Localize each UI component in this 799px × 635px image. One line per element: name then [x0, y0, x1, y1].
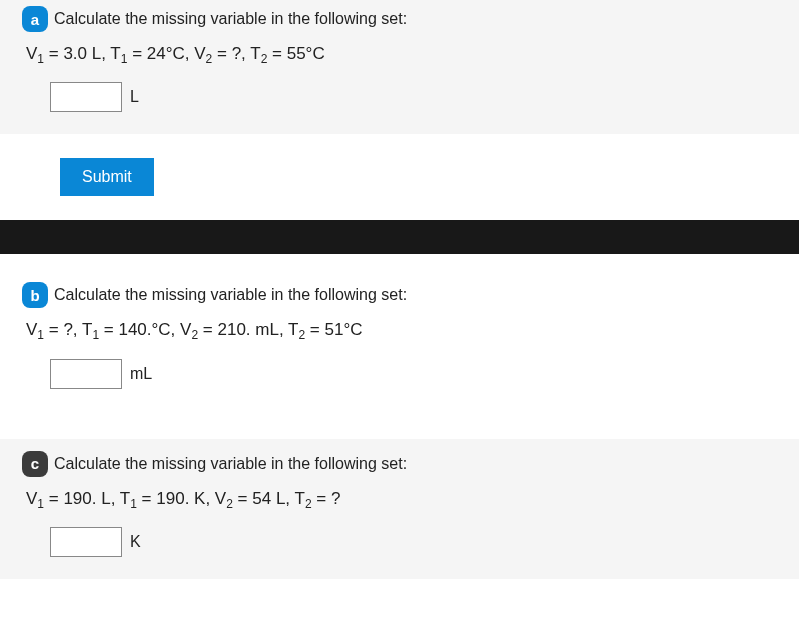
- part-a-input[interactable]: [50, 82, 122, 112]
- submit-area: Submit: [0, 134, 799, 220]
- eq-b-seg3: = 210. mL, T: [198, 320, 298, 339]
- eq-a-seg3: = ?, T: [212, 44, 260, 63]
- part-c-prompt: Calculate the missing variable in the fo…: [54, 455, 407, 473]
- eq-a-seg4: = 55°C: [267, 44, 324, 63]
- eq-a-v1: V: [26, 44, 37, 63]
- eq-b-seg2: = 140.°C, V: [99, 320, 191, 339]
- part-b-prompt: Calculate the missing variable in the fo…: [54, 286, 407, 304]
- part-a-prompt: Calculate the missing variable in the fo…: [54, 10, 407, 28]
- eq-c-seg1: = 190. L, T: [44, 489, 130, 508]
- part-b-input[interactable]: [50, 359, 122, 389]
- eq-a-seg2: = 24°C, V: [127, 44, 205, 63]
- eq-c-seg2: = 190. K, V: [137, 489, 226, 508]
- part-c-input[interactable]: [50, 527, 122, 557]
- eq-a-seg1: = 3.0 L, T: [44, 44, 121, 63]
- part-b-equation: V1 = ?, T1 = 140.°C, V2 = 210. mL, T2 = …: [26, 320, 777, 342]
- badge-c-icon: c: [22, 451, 48, 477]
- eq-c-sub3: 2: [226, 497, 233, 511]
- part-b-unit: mL: [130, 365, 152, 383]
- eq-c-v1: V: [26, 489, 37, 508]
- eq-c-sub2: 1: [130, 497, 137, 511]
- part-a-unit: L: [130, 88, 139, 106]
- badge-b-icon: b: [22, 282, 48, 308]
- eq-c-seg3: = 54 L, T: [233, 489, 305, 508]
- part-a-block: a Calculate the missing variable in the …: [0, 0, 799, 134]
- part-b-prompt-row: b Calculate the missing variable in the …: [22, 282, 777, 308]
- part-c-prompt-row: c Calculate the missing variable in the …: [22, 451, 777, 477]
- eq-c-seg4: = ?: [312, 489, 341, 508]
- eq-b-seg4: = 51°C: [305, 320, 362, 339]
- eq-b-seg1: = ?, T: [44, 320, 92, 339]
- badge-a-icon: a: [22, 6, 48, 32]
- submit-button[interactable]: Submit: [60, 158, 154, 196]
- part-c-block: c Calculate the missing variable in the …: [0, 439, 799, 579]
- eq-c-sub4: 2: [305, 497, 312, 511]
- part-a-equation: V1 = 3.0 L, T1 = 24°C, V2 = ?, T2 = 55°C: [26, 44, 777, 66]
- part-c-unit: K: [130, 533, 141, 551]
- part-b-block: b Calculate the missing variable in the …: [0, 254, 799, 410]
- part-c-equation: V1 = 190. L, T1 = 190. K, V2 = 54 L, T2 …: [26, 489, 777, 511]
- eq-b-v1: V: [26, 320, 37, 339]
- part-a-answer-row: L: [50, 82, 777, 112]
- part-c-answer-row: K: [50, 527, 777, 557]
- part-b-answer-row: mL: [50, 359, 777, 389]
- divider-bar: [0, 220, 799, 254]
- part-a-prompt-row: a Calculate the missing variable in the …: [22, 6, 777, 32]
